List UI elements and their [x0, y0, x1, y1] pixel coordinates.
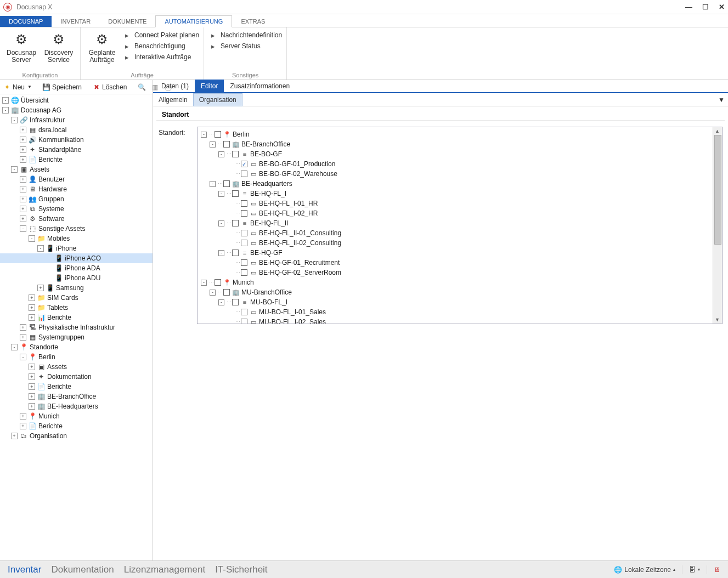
tree-toggle[interactable]: +	[29, 383, 35, 390]
tree-toggle[interactable]: -	[37, 245, 44, 252]
checkbox[interactable]	[241, 171, 247, 177]
tree-toggle[interactable]: -	[2, 97, 9, 104]
tree-toggle[interactable]: -	[201, 280, 207, 286]
tree-toggle[interactable]: +	[20, 196, 26, 202]
ribbon-button[interactable]: ▸Interaktive Aufträge	[122, 53, 199, 61]
tree-node[interactable]: +🗂Organisation	[0, 431, 153, 441]
sub-tab[interactable]: Allgemein	[153, 94, 193, 106]
tree-node[interactable]: -📍Berlin	[0, 352, 153, 362]
tree-node[interactable]: 📱iPhone ADA	[0, 263, 153, 273]
tree-node[interactable]: -▣Assets	[0, 165, 153, 174]
scrollbar-thumb[interactable]	[714, 135, 721, 245]
tree-toggle[interactable]: +	[20, 156, 26, 163]
checkbox[interactable]	[232, 220, 239, 226]
tree-node[interactable]: -📁Mobiles	[0, 234, 153, 243]
ribbon-tab[interactable]: INVENTAR	[52, 16, 99, 27]
tree-node[interactable]: +🏢BE-Headquarters	[0, 401, 153, 411]
tree-toggle[interactable]: -	[29, 235, 35, 242]
tree-node[interactable]: 📱iPhone ADU	[0, 273, 153, 283]
location-node[interactable]: -⋯≡BE-HQ-FL_II	[200, 218, 710, 228]
status-timezone[interactable]: 🌐 Lokale Zeitzone ▴	[614, 566, 675, 574]
tree-node[interactable]: -🌐Übersicht	[0, 95, 153, 105]
tree-toggle[interactable]: +	[20, 334, 26, 341]
close-button[interactable]: ✕	[719, 3, 725, 11]
location-node[interactable]: ⋯▭BE-HQ-FL_I-01_HR	[200, 199, 710, 208]
tree-toggle[interactable]: -	[11, 344, 18, 350]
location-node[interactable]: -⋯≡BE-HQ-FL_I	[200, 189, 710, 199]
ribbon-button[interactable]: ⚙DiscoveryService	[42, 30, 76, 64]
tree-node[interactable]: +🏢BE-BranchOffice	[0, 392, 153, 401]
tree-toggle[interactable]: -	[218, 191, 224, 197]
tree-node[interactable]: +📁SIM Cards	[0, 293, 153, 303]
checkbox[interactable]	[241, 269, 247, 276]
tree-toggle[interactable]: -	[218, 299, 224, 305]
location-node[interactable]: ⋯▭BE-HQ-GF-02_ServerRoom	[200, 268, 710, 277]
location-node[interactable]: ⋯▭MU-BO-FL_I-01_Sales	[200, 307, 710, 317]
scrollbar[interactable]	[713, 127, 722, 324]
tree-toggle[interactable]: +	[20, 146, 26, 153]
ribbon-tab-primary[interactable]: Docusnap	[0, 16, 52, 27]
tree-node[interactable]: +🔊Kommunikation	[0, 135, 153, 145]
tree-node[interactable]: +📄Berichte	[0, 421, 153, 431]
location-node[interactable]: -⋯≡MU-BO-FL_I	[200, 297, 710, 307]
tree-toggle[interactable]: +	[20, 413, 26, 420]
location-node[interactable]: -⋯≡BE-BO-GF	[200, 149, 710, 159]
ribbon-tab[interactable]: DOKUMENTE	[99, 16, 155, 27]
tree-toggle[interactable]: +	[20, 324, 26, 331]
expand-icon[interactable]: ▼	[718, 96, 725, 104]
maximize-button[interactable]: ☐	[702, 3, 709, 11]
checkbox[interactable]	[232, 299, 239, 305]
tree-toggle[interactable]: +	[29, 393, 35, 400]
tree-node[interactable]: +👥Gruppen	[0, 194, 153, 204]
tree-toggle[interactable]: -	[210, 141, 216, 148]
bottom-nav-item[interactable]: IT-Sicherheit	[215, 564, 267, 575]
location-node[interactable]: -⋯📍Munich	[200, 277, 710, 287]
tree-toggle[interactable]: +	[37, 285, 44, 291]
checkbox[interactable]	[241, 309, 247, 315]
location-tree[interactable]: -⋯📍Berlin-⋯🏢BE-BranchOffice-⋯≡BE-BO-GF⋯✓…	[197, 127, 713, 324]
ribbon-tab[interactable]: EXTRAS	[232, 16, 274, 27]
location-node[interactable]: ⋯▭BE-HQ-FL_II-01_Consulting	[200, 228, 710, 238]
tree-node[interactable]: +▦Systemgruppen	[0, 332, 153, 342]
checkbox[interactable]	[241, 240, 247, 246]
tree-toggle[interactable]: -	[218, 151, 224, 157]
checkbox[interactable]	[241, 210, 247, 217]
tree-node[interactable]: +✦Dokumentation	[0, 372, 153, 382]
bottom-nav-item[interactable]: Inventar	[8, 564, 41, 575]
delete-button[interactable]: ✖ Löschen	[93, 83, 127, 91]
tree-node[interactable]: +✦Standardpläne	[0, 145, 153, 155]
tree-node[interactable]: +🏗Physikalische Infrastruktur	[0, 322, 153, 332]
tree-toggle[interactable]: +	[29, 373, 35, 380]
sub-tab[interactable]: Organisation	[193, 93, 242, 106]
bottom-nav-item[interactable]: Lizenzmanagement	[124, 564, 205, 575]
tree-node[interactable]: +📍Munich	[0, 411, 153, 421]
bottom-nav-item[interactable]: Dokumentation	[51, 564, 114, 575]
location-node[interactable]: -⋯📍Berlin	[200, 129, 710, 139]
location-node[interactable]: -⋯🏢BE-Headquarters	[200, 179, 710, 189]
tree-toggle[interactable]: -	[218, 250, 224, 256]
minimize-button[interactable]: —	[685, 3, 692, 11]
location-node[interactable]: ⋯✓▭BE-BO-GF-01_Production	[200, 159, 710, 169]
checkbox[interactable]	[223, 289, 230, 296]
ribbon-tab[interactable]: AUTOMATISIERUNG	[155, 15, 232, 27]
panel-tab[interactable]: Editor	[195, 80, 224, 92]
checkbox[interactable]	[241, 200, 247, 207]
search-button[interactable]: 🔍	[138, 83, 145, 91]
tree-node[interactable]: -📍Standorte	[0, 342, 153, 352]
tree-node[interactable]: +🖥Hardware	[0, 184, 153, 194]
checkbox[interactable]	[241, 319, 247, 324]
tree-node[interactable]: +📁Tablets	[0, 303, 153, 313]
tree-toggle[interactable]: -	[20, 354, 26, 360]
tree-toggle[interactable]: -	[11, 117, 18, 123]
tree-toggle[interactable]: +	[11, 433, 18, 439]
location-node[interactable]: ⋯▭MU-BO-FL_I-02_Sales	[200, 317, 710, 324]
tree-node[interactable]: +▣Assets	[0, 362, 153, 372]
ribbon-button[interactable]: ⚙DocusnapServer	[4, 30, 38, 64]
tree-node[interactable]: +⚙Software	[0, 214, 153, 224]
tree-node[interactable]: +📄Berichte	[0, 382, 153, 392]
tree-toggle[interactable]: +	[29, 314, 35, 321]
tree-toggle[interactable]: +	[20, 127, 26, 133]
tree-node[interactable]: +📄Berichte	[0, 155, 153, 165]
checkbox[interactable]	[215, 131, 221, 138]
tree-node[interactable]: -🔗Infrastruktur	[0, 115, 153, 125]
